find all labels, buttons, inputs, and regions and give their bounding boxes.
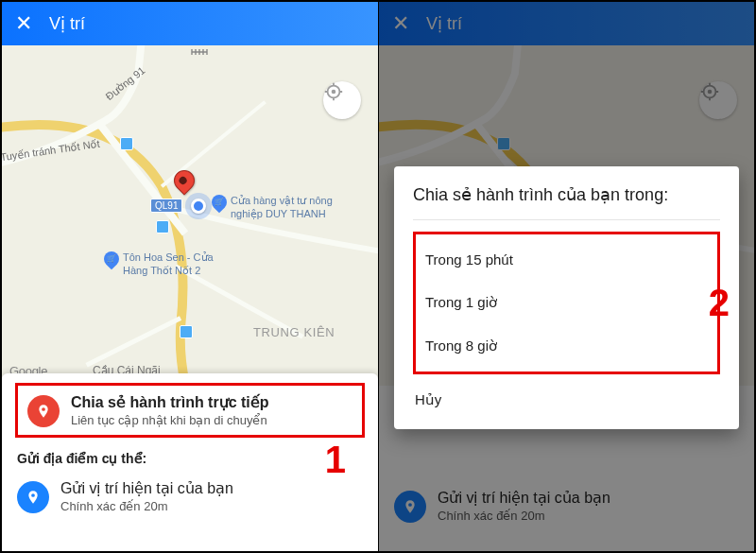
pane-step-1: ✕ Vị trí Đường 91 Tuyến tránh Thốt Nốt (2, 2, 378, 551)
route-badge: QL91 (150, 199, 182, 213)
duration-options-highlight: Trong 15 phút Trong 1 giờ Trong 8 giờ (413, 232, 720, 374)
poi-shop[interactable]: 🛒 Cửa hàng vật tư nông nghiệp DUY THANH (212, 195, 333, 221)
send-current-title: Gửi vị trí hiện tại của bạn (60, 479, 233, 497)
bridge-icon (191, 45, 208, 59)
bus-stop-icon (180, 325, 193, 338)
send-current-location-button[interactable]: Gửi vị trí hiện tại của bạn Chính xác đế… (15, 475, 365, 528)
locate-me-button[interactable] (323, 81, 361, 119)
dialog-title: Chia sẻ hành trình của bạn trong: (413, 183, 720, 220)
svg-point-3 (42, 407, 45, 411)
share-live-sub: Liên tục cập nhật khi bạn di chuyển (71, 413, 269, 427)
bus-stop-icon (120, 137, 133, 150)
poi-ton[interactable]: 🛒 Tôn Hoa Sen - Cửa Hàng Thốt Nốt 2 (104, 251, 214, 278)
map-view[interactable]: Đường 91 Tuyến tránh Thốt Nốt QL91 🛒 Cửa… (2, 45, 378, 386)
send-specific-label: Gửi địa điểm cụ thể: (17, 451, 365, 466)
poi-label: Tôn Hoa Sen - Cửa Hàng Thốt Nốt 2 (123, 251, 214, 278)
svg-point-2 (332, 90, 336, 95)
cancel-button[interactable]: Hủy (413, 374, 720, 423)
close-icon[interactable]: ✕ (15, 13, 32, 34)
crosshair-icon (323, 81, 344, 102)
send-current-sub: Chính xác đến 20m (60, 499, 233, 513)
bus-stop-icon (156, 220, 169, 233)
duration-option-1h[interactable]: Trong 1 giờ (423, 281, 710, 324)
pin-icon (17, 481, 49, 513)
current-location-dot (191, 199, 206, 214)
share-live-trip-button[interactable]: Chia sẻ hành trình trực tiếp Liên tục cậ… (15, 383, 365, 438)
poi-label: Cửa hàng vật tư nông nghiệp DUY THANH (231, 195, 333, 221)
pane-step-2: ✕ Vị trí Gửi vị trí hiện tại của bạn (378, 2, 754, 551)
annotation-step-1: 1 (325, 439, 346, 481)
header: ✕ Vị trí (2, 2, 378, 45)
pin-icon (27, 395, 60, 427)
share-live-title: Chia sẻ hành trình trực tiếp (71, 393, 269, 411)
header-title: Vị trí (49, 13, 85, 34)
duration-option-8h[interactable]: Trong 8 giờ (423, 324, 710, 368)
annotation-step-2: 2 (709, 282, 730, 324)
district-label: TRUNG KIÊN (253, 325, 335, 339)
svg-point-4 (31, 493, 35, 497)
duration-option-15m[interactable]: Trong 15 phút (423, 238, 710, 281)
share-duration-dialog: Chia sẻ hành trình của bạn trong: Trong … (394, 166, 739, 429)
bottom-sheet: Chia sẻ hành trình trực tiếp Liên tục cậ… (2, 373, 378, 551)
